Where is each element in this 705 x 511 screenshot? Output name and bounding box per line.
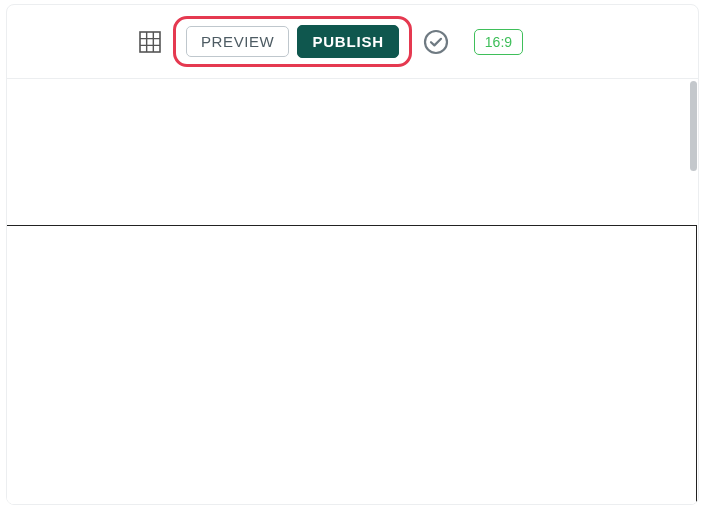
scrollbar-track[interactable]	[688, 79, 698, 504]
canvas-frame[interactable]	[6, 225, 697, 505]
app-window: PREVIEW PUBLISH 16:9	[6, 4, 699, 505]
highlight-preview-publish: PREVIEW PUBLISH	[173, 16, 412, 67]
scrollbar-thumb[interactable]	[690, 81, 697, 171]
publish-button[interactable]: PUBLISH	[297, 25, 398, 58]
preview-button[interactable]: PREVIEW	[186, 26, 289, 57]
toolbar: PREVIEW PUBLISH 16:9	[7, 5, 698, 79]
grid-icon[interactable]	[137, 29, 163, 55]
aspect-ratio-badge[interactable]: 16:9	[474, 29, 523, 55]
svg-point-5	[425, 31, 447, 53]
canvas-area	[7, 79, 698, 504]
checkmark-circle-icon[interactable]	[422, 28, 450, 56]
svg-rect-0	[140, 32, 160, 52]
